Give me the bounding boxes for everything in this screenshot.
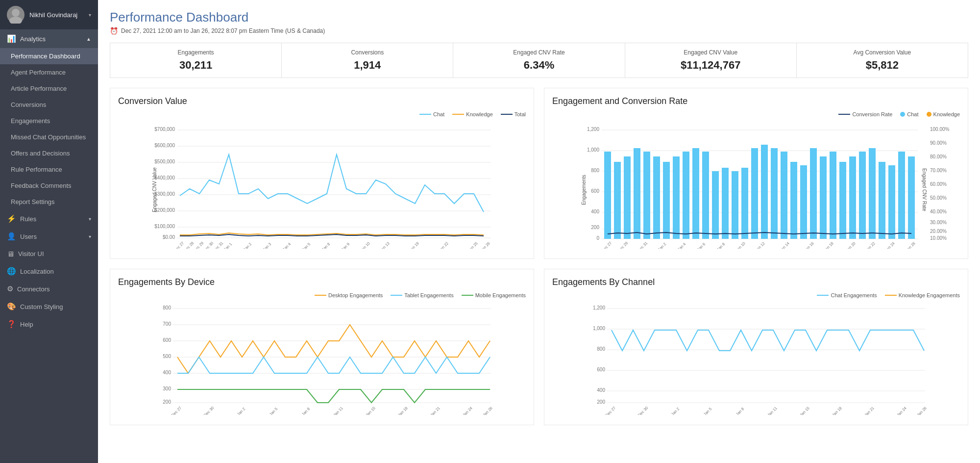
sidebar-item-conversions[interactable]: Conversions	[0, 97, 98, 113]
svg-rect-94	[908, 156, 915, 239]
desktop-line-icon	[315, 295, 326, 296]
sidebar-item-rule-performance[interactable]: Rule Performance	[0, 161, 98, 178]
svg-text:Jan 8: Jan 8	[735, 407, 745, 415]
svg-text:Engaged CNV Value: Engaged CNV Value	[152, 167, 157, 212]
svg-text:90.00%: 90.00%	[930, 140, 947, 146]
svg-text:600: 600	[597, 367, 605, 372]
legend-knowledge: Knowledge	[452, 111, 492, 117]
conv-rate-line-icon	[838, 114, 850, 115]
monitor-icon: 🖥	[7, 250, 14, 258]
help-group[interactable]: ❓ Help	[0, 315, 98, 333]
svg-rect-70	[673, 156, 680, 239]
svg-text:80.00%: 80.00%	[930, 154, 947, 159]
legend-desktop: Desktop Engagements	[315, 292, 383, 298]
sidebar-item-agent-performance[interactable]: Agent Performance	[0, 64, 98, 80]
svg-text:Jan 5: Jan 5	[703, 407, 713, 415]
svg-text:Jan 5: Jan 5	[301, 242, 312, 249]
help-icon: ❓	[7, 320, 16, 329]
legend-knowledge-engagements: Knowledge Engagements	[885, 292, 960, 298]
svg-text:Dec 28: Dec 28	[183, 241, 195, 249]
device-svg: 800 700 600 500 400 300 200	[118, 302, 526, 415]
svg-text:Dec 31: Dec 31	[637, 241, 649, 249]
svg-text:40.00%: 40.00%	[930, 209, 947, 214]
user-header[interactable]: Nikhil Govindaraj ▾	[0, 0, 98, 29]
svg-text:700: 700	[163, 321, 171, 327]
legend-mobile: Mobile Engagements	[462, 292, 526, 298]
sidebar-item-missed-chat[interactable]: Missed Chat Opportunities	[0, 129, 98, 145]
svg-text:200: 200	[591, 225, 599, 230]
svg-text:Dec 29: Dec 29	[617, 241, 629, 249]
svg-text:Jan 18: Jan 18	[823, 241, 835, 249]
sidebar-item-offers-decisions[interactable]: Offers and Decisions	[0, 145, 98, 161]
clock-icon: ⏰	[110, 27, 118, 35]
user-name: Nikhil Govindaraj	[29, 11, 84, 19]
svg-text:Jan 24: Jan 24	[896, 406, 908, 415]
svg-text:Jan 25: Jan 25	[467, 241, 479, 249]
svg-rect-93	[898, 152, 905, 239]
legend-tablet: Tablet Engagements	[391, 292, 453, 298]
svg-text:Jan 26: Jan 26	[480, 241, 491, 249]
svg-text:Jan 22: Jan 22	[865, 241, 877, 249]
analytics-section[interactable]: 📊 Analytics ▲	[0, 29, 98, 48]
svg-text:1,000: 1,000	[593, 326, 605, 331]
svg-text:Dec 29: Dec 29	[193, 241, 205, 249]
svg-rect-67	[643, 152, 650, 239]
device-legend: Desktop Engagements Tablet Engagements M…	[118, 292, 526, 298]
svg-text:Jan 21: Jan 21	[864, 406, 876, 415]
svg-text:Jan 26: Jan 26	[482, 406, 494, 415]
svg-text:Jan 15: Jan 15	[365, 406, 377, 415]
svg-text:30.00%: 30.00%	[930, 220, 947, 225]
chevron-up-icon: ▲	[86, 36, 91, 42]
svg-text:400: 400	[597, 387, 605, 393]
sidebar-item-article-performance[interactable]: Article Performance	[0, 80, 98, 97]
svg-rect-74	[712, 171, 719, 239]
chevron-down-icon: ▾	[89, 216, 91, 222]
visitor-ui-group[interactable]: 🖥 Visitor UI	[0, 245, 98, 262]
legend-chat: Chat	[419, 111, 444, 117]
metrics-row: Engagements 30,211 Conversions 1,914 Eng…	[110, 43, 968, 78]
svg-rect-72	[692, 148, 699, 239]
svg-text:Jan 26: Jan 26	[905, 241, 917, 249]
svg-text:Jan 8: Jan 8	[301, 407, 311, 415]
sidebar: Nikhil Govindaraj ▾ 📊 Analytics ▲ Perfor…	[0, 0, 98, 463]
chat-dot-icon	[900, 112, 905, 117]
svg-text:Dec 30: Dec 30	[637, 406, 649, 415]
custom-styling-group[interactable]: 🎨 Custom Styling	[0, 298, 98, 315]
svg-text:$700,000: $700,000	[154, 127, 175, 132]
svg-text:800: 800	[163, 305, 171, 310]
legend-total: Total	[501, 111, 526, 117]
chevron-down-icon: ▾	[89, 12, 91, 18]
svg-text:Jan 11: Jan 11	[333, 406, 344, 415]
svg-text:100.00%: 100.00%	[930, 127, 950, 132]
svg-text:800: 800	[597, 346, 605, 352]
svg-rect-89	[859, 152, 866, 239]
svg-rect-83	[800, 165, 807, 239]
sidebar-item-report-settings[interactable]: Report Settings	[0, 194, 98, 210]
svg-text:1,200: 1,200	[587, 127, 599, 132]
svg-rect-88	[849, 156, 856, 239]
total-line-icon	[501, 114, 513, 115]
sidebar-item-engagements[interactable]: Engagements	[0, 113, 98, 129]
rules-group[interactable]: ⚡ Rules ▾	[0, 210, 98, 228]
svg-text:Jan 24: Jan 24	[884, 241, 896, 249]
sidebar-item-feedback[interactable]: Feedback Comments	[0, 178, 98, 194]
tablet-line-icon	[391, 295, 402, 296]
svg-text:20.00%: 20.00%	[930, 229, 947, 234]
localization-group[interactable]: 🌐 Localization	[0, 262, 98, 280]
sidebar-item-performance-dashboard[interactable]: Performance Dashboard	[0, 48, 98, 64]
svg-text:Jan 2: Jan 2	[657, 242, 667, 249]
svg-rect-84	[810, 148, 817, 239]
date-range: ⏰ Dec 27, 2021 12:00 am to Jan 26, 2022 …	[110, 27, 968, 35]
users-group[interactable]: 👤 Users ▾	[0, 228, 98, 245]
svg-text:Jan 4: Jan 4	[282, 242, 292, 249]
svg-text:Jan 20: Jan 20	[845, 241, 857, 249]
svg-text:Jan 8: Jan 8	[321, 242, 331, 249]
svg-text:Jan 2: Jan 2	[236, 407, 246, 415]
svg-text:Jan 15: Jan 15	[799, 406, 811, 415]
conversion-value-chart: Conversion Value Chat Knowledge Total $7…	[110, 88, 534, 259]
svg-rect-66	[634, 148, 640, 239]
svg-rect-91	[879, 162, 885, 239]
svg-text:Jan 10: Jan 10	[735, 241, 747, 249]
connectors-group[interactable]: ⚙ Connectors	[0, 280, 98, 298]
svg-text:300: 300	[163, 386, 171, 391]
